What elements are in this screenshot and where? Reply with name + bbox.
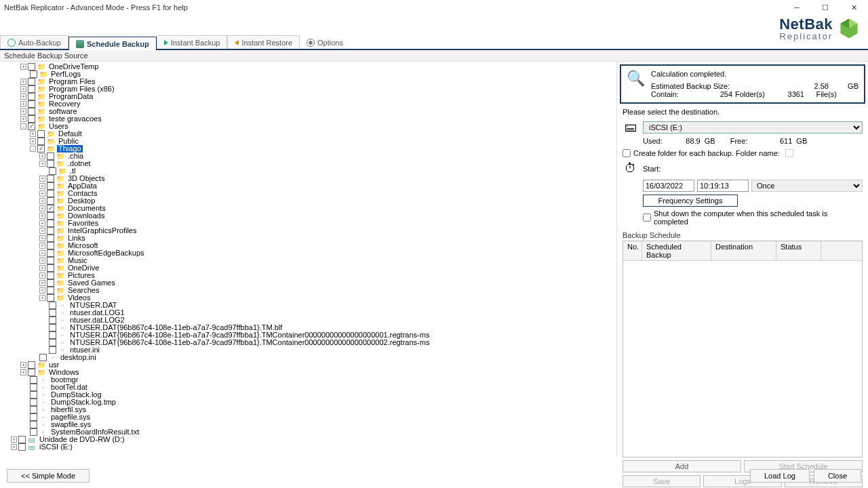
close-window-button[interactable]: ✕ — [840, 0, 868, 15]
expander-icon[interactable]: + — [39, 205, 45, 211]
tree-checkbox[interactable] — [28, 78, 35, 85]
tree-node[interactable]: +📁teste gravacoes — [1, 115, 615, 123]
tree-checkbox[interactable] — [37, 130, 45, 138]
tree-checkbox[interactable] — [47, 212, 54, 220]
expander-icon[interactable]: + — [39, 183, 45, 189]
tree-checkbox[interactable] — [28, 63, 35, 70]
tree-checkbox[interactable] — [49, 339, 56, 346]
tree-node[interactable]: +📁Windows — [1, 369, 615, 376]
expander-icon[interactable]: + — [39, 258, 45, 264]
tree-node[interactable]: +📁usr — [1, 361, 615, 369]
tree-checkbox[interactable] — [47, 264, 54, 272]
expander-icon[interactable]: + — [39, 220, 45, 226]
tree-checkbox[interactable] — [28, 93, 35, 100]
expander-icon[interactable]: + — [11, 444, 17, 450]
expander-icon[interactable]: + — [39, 213, 45, 219]
tree-checkbox[interactable] — [28, 108, 35, 115]
tree-checkbox[interactable] — [47, 220, 54, 227]
expander-icon[interactable]: + — [20, 101, 26, 107]
tree-checkbox[interactable] — [47, 294, 54, 302]
backup-schedule-table[interactable]: No. Scheduled Backup Destination Status — [623, 241, 863, 458]
expander-icon[interactable]: - — [30, 146, 36, 152]
expander-icon[interactable]: + — [39, 176, 45, 182]
maximize-button[interactable]: ☐ — [811, 0, 840, 15]
expander-icon[interactable]: + — [20, 94, 26, 100]
tree-checkbox[interactable] — [30, 384, 37, 391]
tree-checkbox[interactable] — [30, 391, 37, 399]
expander-icon[interactable]: + — [39, 280, 45, 286]
tree-checkbox[interactable] — [30, 70, 37, 78]
tree-checkbox[interactable] — [37, 145, 45, 152]
tree-node[interactable]: +📁IntelGraphicsProfiles — [1, 227, 615, 235]
tree-node[interactable]: +📁.dotnet — [1, 160, 615, 167]
expander-icon[interactable]: + — [20, 362, 26, 368]
expander-icon[interactable]: + — [20, 369, 26, 375]
destination-select[interactable]: iSCSI (E:) — [643, 121, 863, 134]
close-button[interactable]: Close — [814, 469, 861, 483]
tree-checkbox[interactable] — [18, 436, 26, 443]
col-status[interactable]: Status — [776, 241, 821, 260]
tree-checkbox[interactable] — [47, 190, 54, 197]
tree-checkbox[interactable] — [30, 399, 37, 406]
tree-checkbox[interactable] — [30, 421, 37, 428]
tree-checkbox[interactable] — [28, 85, 35, 93]
tree-node[interactable]: +📁Default — [1, 130, 615, 138]
expander-icon[interactable]: + — [20, 79, 26, 85]
expander-icon[interactable]: - — [20, 123, 26, 129]
frequency-settings-button[interactable]: Frequency Settings — [643, 195, 738, 207]
tree-node[interactable]: ▫desktop.ini — [1, 354, 615, 361]
simple-mode-button[interactable]: << Simple Mode — [7, 469, 90, 483]
tree-checkbox[interactable] — [49, 324, 56, 331]
tree-node[interactable]: +📁MicrosoftEdgeBackups — [1, 249, 615, 257]
tree-checkbox[interactable] — [47, 235, 54, 242]
tab-options[interactable]: Options — [300, 36, 350, 49]
tree-checkbox[interactable] — [47, 242, 54, 249]
expander-icon[interactable]: + — [39, 250, 45, 256]
tree-checkbox[interactable] — [49, 167, 56, 175]
expander-icon[interactable]: + — [39, 228, 45, 234]
tree-node[interactable]: +📁Recovery — [1, 100, 615, 108]
tree-node[interactable]: +📁Public — [1, 138, 615, 145]
tree-node[interactable]: -📁Users — [1, 123, 615, 130]
tree-checkbox[interactable] — [28, 123, 35, 130]
expander-icon[interactable]: + — [39, 190, 45, 197]
tab-auto-backup[interactable]: Auto-Backup — [0, 35, 68, 49]
tree-checkbox[interactable] — [49, 309, 56, 317]
tree-checkbox[interactable] — [39, 354, 47, 361]
tab-schedule-backup[interactable]: Schedule Backup — [68, 37, 157, 50]
tree-checkbox[interactable] — [47, 279, 54, 287]
start-date-input[interactable] — [643, 180, 694, 192]
tree-node[interactable]: +🖴Unidade de DVD-RW (D:) — [1, 436, 615, 443]
tree-node[interactable]: +📁ProgramData — [1, 93, 615, 100]
tree-node[interactable]: -📁Thiago — [1, 145, 615, 152]
expander-icon[interactable]: + — [39, 235, 45, 241]
tree-node[interactable]: ▫pagefile.sys — [1, 413, 615, 421]
tree-checkbox[interactable] — [47, 175, 54, 182]
tree-checkbox[interactable] — [28, 369, 35, 376]
tree-checkbox[interactable] — [49, 331, 56, 339]
expander-icon[interactable]: + — [39, 198, 45, 204]
tree-checkbox[interactable] — [47, 182, 54, 190]
col-no[interactable]: No. — [623, 241, 642, 260]
shutdown-checkbox[interactable] — [643, 214, 651, 222]
tree-checkbox[interactable] — [30, 376, 37, 384]
tree-checkbox[interactable] — [37, 138, 45, 145]
expander-icon[interactable]: + — [20, 64, 26, 70]
tree-checkbox[interactable] — [28, 100, 35, 108]
tree-checkbox[interactable] — [47, 249, 54, 257]
tree-checkbox[interactable] — [30, 406, 37, 413]
load-log-button[interactable]: Load Log — [750, 469, 810, 483]
tree-checkbox[interactable] — [49, 317, 56, 324]
tree-checkbox[interactable] — [49, 302, 56, 309]
tree-checkbox[interactable] — [47, 272, 54, 279]
expander-icon[interactable]: + — [11, 436, 17, 443]
tree-checkbox[interactable] — [28, 115, 35, 123]
tree-checkbox[interactable] — [30, 428, 37, 436]
expander-icon[interactable]: + — [20, 116, 26, 122]
tree-checkbox[interactable] — [47, 197, 54, 205]
tree-checkbox[interactable] — [47, 152, 54, 160]
tree-node[interactable]: +📁Searches — [1, 287, 615, 294]
expander-icon[interactable]: + — [20, 86, 26, 92]
expander-icon[interactable]: + — [39, 161, 45, 167]
tree-checkbox[interactable] — [28, 361, 35, 369]
